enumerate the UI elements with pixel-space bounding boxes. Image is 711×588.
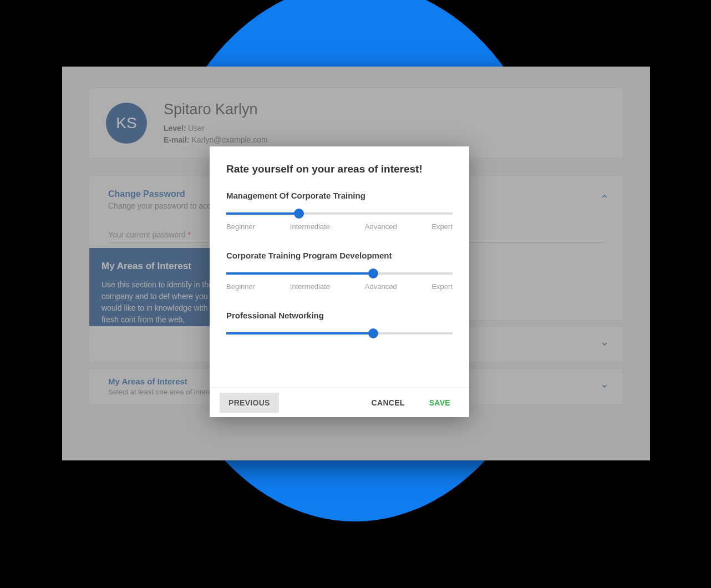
rating-label: Corporate Training Program Development xyxy=(226,251,453,260)
slider-ticks: BeginnerIntermediateAdvancedExpert xyxy=(226,282,453,291)
chevron-down-icon[interactable] xyxy=(600,381,610,391)
slider-knob[interactable] xyxy=(368,268,378,278)
rate-yourself-modal: Rate yourself on your areas of interest!… xyxy=(210,146,469,417)
slider-ticks: BeginnerIntermediateAdvancedExpert xyxy=(226,222,453,231)
user-name: Spitaro Karlyn xyxy=(164,101,268,118)
avatar: KS xyxy=(106,103,147,144)
slider-knob[interactable] xyxy=(368,328,378,338)
modal-footer: PREVIOUS CANCEL SAVE xyxy=(210,387,469,417)
user-email: E-mail: Karlyn@example.com xyxy=(164,134,268,146)
modal-body: Rate yourself on your areas of interest!… xyxy=(210,146,469,387)
slider-fill xyxy=(226,272,373,275)
save-button[interactable]: SAVE xyxy=(420,393,459,413)
current-password-label: Your current password xyxy=(108,230,186,239)
tooltip-title: My Areas of Interest xyxy=(101,259,214,273)
user-email-value: Karlyn@example.com xyxy=(192,135,268,144)
chevron-up-icon[interactable] xyxy=(600,191,610,201)
modal-title: Rate yourself on your areas of interest! xyxy=(226,163,453,175)
rating-item: Management Of Corporate TrainingBeginner… xyxy=(226,191,453,231)
user-level: Level: User xyxy=(164,123,268,134)
rating-slider[interactable] xyxy=(226,332,453,334)
slider-fill xyxy=(226,212,299,215)
slider-tick-label: Beginner xyxy=(226,222,255,231)
rating-item: Corporate Training Program DevelopmentBe… xyxy=(226,251,453,291)
cancel-button[interactable]: CANCEL xyxy=(363,393,414,413)
rating-item: Professional Networking xyxy=(226,311,453,334)
slider-tick-label: Advanced xyxy=(365,282,397,291)
rating-slider[interactable] xyxy=(226,212,453,215)
slider-tick-label: Intermediate xyxy=(290,282,330,291)
slider-tick-label: Beginner xyxy=(226,282,255,291)
slider-tick-label: Advanced xyxy=(365,222,397,231)
user-email-label: E-mail: xyxy=(164,135,190,144)
rating-label: Professional Networking xyxy=(226,311,453,320)
rating-slider[interactable] xyxy=(226,272,453,275)
slider-tick-label: Expert xyxy=(431,222,453,231)
previous-button[interactable]: PREVIOUS xyxy=(220,393,279,413)
slider-knob[interactable] xyxy=(294,209,304,219)
chevron-down-icon[interactable] xyxy=(600,339,610,349)
user-level-label: Level: xyxy=(164,124,186,133)
slider-tick-label: Expert xyxy=(431,282,453,291)
slider-fill xyxy=(226,332,373,334)
rating-label: Management Of Corporate Training xyxy=(226,191,453,200)
required-asterisk: * xyxy=(187,230,190,239)
user-level-value: User xyxy=(188,124,205,133)
slider-tick-label: Intermediate xyxy=(290,222,330,231)
